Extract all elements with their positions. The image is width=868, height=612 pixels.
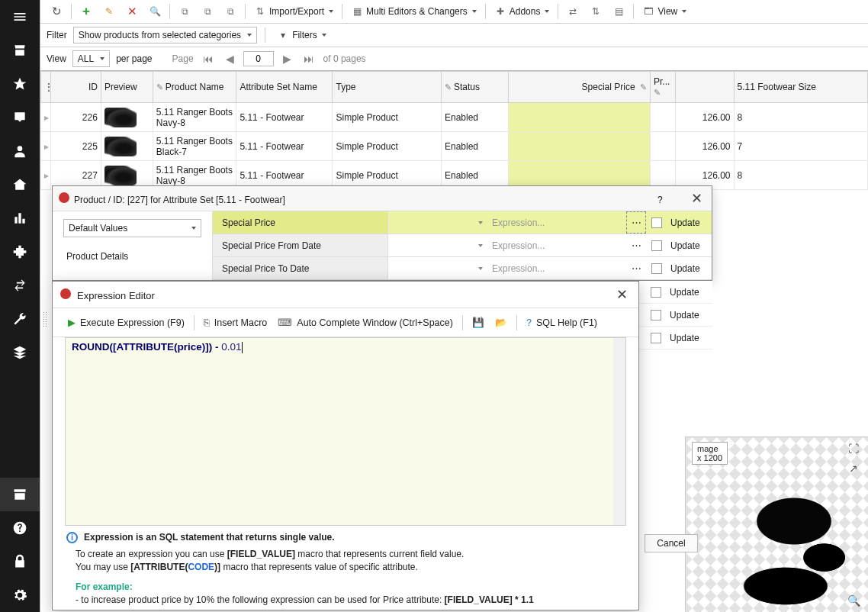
refresh-button[interactable]: ↻ [47,3,66,20]
perpage-value: ALL [78,53,94,64]
th-price[interactable] [675,72,734,103]
fullscreen-icon[interactable]: ⛶ [847,442,860,456]
product-details-label[interactable]: Product Details [63,248,201,265]
rail-chart-icon[interactable] [0,201,40,235]
pager-next[interactable]: ▶ [280,53,294,65]
autocomplete-button[interactable]: ⌨Auto Complete Window (Ctrl+Space) [275,314,456,330]
attr-checkbox[interactable] [645,333,667,343]
open-icon[interactable]: 📂 [492,314,510,330]
rail-star-icon[interactable] [0,67,40,101]
filters-button[interactable]: ▾Filters [273,27,330,43]
attr-update-button[interactable]: Update [667,333,711,343]
rail-puzzle-icon[interactable] [0,235,40,269]
attr-row-extra: Update [639,304,712,327]
expr-toolbar: ▶Execute Expression (F9) ⎘Insert Macro ⌨… [53,308,638,337]
table-row[interactable]: ▸2265.11 Ranger Boots Navy-85.11 - Footw… [41,103,868,132]
attr-update-button[interactable]: Update [667,217,712,228]
attr-dropdown[interactable] [388,211,487,234]
attr-expression-input[interactable]: Expression... [487,257,626,279]
sort1-button[interactable]: ⇄ [563,3,583,20]
th-preview[interactable]: Preview [101,72,153,103]
attr-browse-button[interactable]: ⋯ [626,234,646,256]
copy2-button[interactable]: ⧉ [198,3,217,20]
copy1-button[interactable]: ⧉ [175,3,194,20]
pager-perpage: per page [116,53,152,64]
panel-title-text: Product / ID: [227] for Attribute Set [5… [74,195,285,205]
attr-update-button[interactable]: Update [667,263,712,274]
th-marker[interactable]: ⋮ [41,72,51,103]
attr-expression-input[interactable]: Expression... [487,211,626,234]
default-values-combo[interactable]: Default Values [63,219,201,237]
th-special-price[interactable]: Special Price ✎ [508,72,650,103]
attr-checkbox[interactable] [645,310,667,320]
sort3-button[interactable]: ▤ [609,3,628,20]
attr-update-button[interactable]: Update [667,310,711,320]
pager-last[interactable]: ⏭ [301,53,317,65]
delete-button[interactable]: ✕ [122,3,142,20]
add-button[interactable]: + [76,3,96,20]
product-grid: ⋮ ID Preview ✎Product Name Attribute Set… [40,71,868,190]
attr-checkbox[interactable] [646,217,667,228]
filter-select[interactable]: Show products from selected categories [73,27,257,43]
expr-close-button[interactable]: ✕ [613,286,631,303]
attr-browse-button[interactable]: ⋯ [626,257,646,279]
rail-wrench-icon[interactable] [0,302,40,336]
rail-swap-icon[interactable] [0,269,40,302]
pager-prev[interactable]: ◀ [223,53,237,65]
rail-archive-icon[interactable] [0,478,40,511]
attr-expression-input[interactable]: Expression... [487,234,626,256]
expression-editor: Expression Editor ✕ ▶Execute Expression … [52,281,639,610]
view-button[interactable]: 🗔View [638,3,690,20]
openexternal-icon[interactable]: ↗ [847,462,860,475]
attr-checkbox[interactable] [646,240,667,251]
perpage-select[interactable]: ALL [72,50,110,67]
rail-lock-icon[interactable] [0,545,40,578]
pager-first[interactable]: ⏮ [200,53,217,65]
rail-store-icon[interactable] [0,34,40,67]
app-icon [59,192,69,203]
th-pr[interactable]: Pr...✎ [650,72,675,103]
th-type[interactable]: Type [333,72,441,103]
sql-help-button[interactable]: ?SQL Help (F1) [523,315,600,330]
resize-grip[interactable] [43,311,47,327]
th-size[interactable]: 5.11 Footwear Size [734,72,867,103]
panel-help-button[interactable]: ? [657,195,663,205]
left-rail [0,0,40,612]
rail-inbox-icon[interactable] [0,101,40,134]
rail-help-icon[interactable] [0,511,40,545]
rail-gear-icon[interactable] [0,578,40,612]
expression-input[interactable]: ROUND([ATTRIBUTE(price)]) - 0.01 [65,337,626,526]
pager-page-input[interactable] [243,51,274,66]
attr-dropdown[interactable] [388,234,487,256]
insert-macro-button[interactable]: ⎘Insert Macro [201,315,270,330]
cancel-button[interactable]: Cancel [645,534,698,552]
attr-update-button[interactable]: Update [667,240,712,251]
th-id[interactable]: ID [51,72,101,103]
edit-button[interactable]: ✎ [99,3,119,20]
import-export-button[interactable]: ⇅Import/Export [250,3,337,20]
th-name[interactable]: ✎Product Name [153,72,236,103]
multi-editors-button[interactable]: ▦Multi Editors & Changers [347,3,481,20]
rail-menu-icon[interactable] [0,0,40,34]
panel-close-button[interactable]: ✕ [688,191,706,206]
execute-expression-button[interactable]: ▶Execute Expression (F9) [65,314,188,330]
sort2-button[interactable]: ⇅ [586,3,606,20]
table-row[interactable]: ▸2255.11 Ranger Boots Black-75.11 - Foot… [41,132,868,161]
attr-checkbox[interactable] [646,263,667,274]
attr-checkbox[interactable] [645,287,667,298]
search-button[interactable]: 🔍 [145,3,165,20]
addons-button[interactable]: ✚Addons [490,3,554,20]
attr-update-button[interactable]: Update [667,287,711,298]
th-aset[interactable]: Attribute Set Name [236,72,333,103]
rail-home-icon[interactable] [0,168,40,201]
attr-row: Special Price To DateExpression...⋯Updat… [213,257,712,280]
copy3-button[interactable]: ⧉ [220,3,240,20]
attr-browse-button[interactable]: ⋯ [626,211,646,234]
scrollbar[interactable] [613,338,625,525]
rail-layers-icon[interactable] [0,336,40,369]
th-status[interactable]: ✎Status [441,72,508,103]
attr-dropdown[interactable] [388,257,487,279]
rail-user-icon[interactable] [0,134,40,168]
panel-titlebar: Product / ID: [227] for Attribute Set [5… [53,186,712,211]
save-icon[interactable]: 💾 [469,314,487,330]
